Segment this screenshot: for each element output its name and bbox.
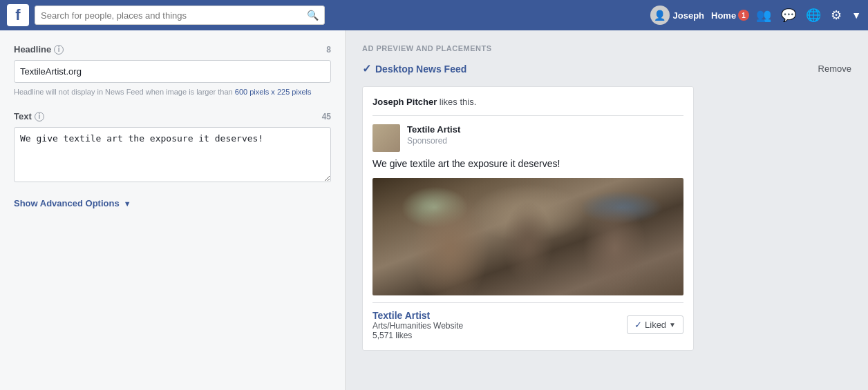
headline-hint-highlight: 600 pixels x 225 pixels: [235, 88, 312, 96]
ad-user-like-text: likes this.: [437, 97, 476, 107]
headline-info-icon[interactable]: i: [54, 45, 64, 55]
avatar: 👤: [650, 6, 670, 25]
ad-page-thumbnail: [372, 124, 400, 152]
nav-dropdown-icon[interactable]: ▼: [851, 10, 861, 21]
ad-footer-info: Textile Artist Arts/Humanities Website 5…: [372, 310, 463, 340]
home-label: Home: [711, 10, 736, 21]
text-label-row: Text i 45: [14, 111, 331, 121]
ad-sponsored-label: Sponsored: [407, 136, 460, 146]
search-input[interactable]: [41, 10, 307, 21]
advanced-options-toggle[interactable]: Show Advanced Options ▼: [14, 198, 331, 208]
chevron-down-icon: ▼: [124, 199, 131, 208]
text-section: Text i 45 We give textile art the exposu…: [14, 111, 331, 184]
ad-footer: Textile Artist Arts/Humanities Website 5…: [372, 302, 683, 340]
text-char-count: 45: [322, 112, 331, 121]
placement-name: Desktop News Feed: [375, 64, 466, 75]
ad-image: [372, 178, 683, 295]
placement-label: ✓ Desktop News Feed: [362, 62, 466, 75]
advanced-options-label: Show Advanced Options: [14, 198, 120, 208]
section-title: AD PREVIEW AND PLACEMENTS: [362, 44, 851, 52]
headline-char-count: 8: [326, 45, 331, 55]
headline-label-row: Headline i 8: [14, 44, 331, 55]
top-navigation: f 🔍 👤 Joseph Home 1 👥 💬 🌐 ⚙ ▼: [0, 0, 868, 30]
ad-thumb-inner: [372, 124, 400, 152]
text-textarea[interactable]: We give textile art the exposure it dese…: [14, 127, 331, 182]
right-panel: AD PREVIEW AND PLACEMENTS ✓ Desktop News…: [346, 30, 868, 390]
liked-check-icon: ✓: [634, 320, 642, 330]
search-icon: 🔍: [307, 10, 319, 21]
settings-icon[interactable]: ⚙: [831, 8, 842, 23]
text-info-icon[interactable]: i: [35, 112, 44, 121]
remove-button[interactable]: Remove: [818, 64, 851, 74]
ad-preview-card: Joseph Pitcher likes this. Textile Artis…: [362, 86, 694, 351]
friends-icon[interactable]: 👥: [756, 8, 771, 23]
placement-row: ✓ Desktop News Feed Remove: [362, 62, 851, 75]
text-label: Text: [14, 111, 32, 121]
headline-label: Headline: [14, 44, 51, 55]
liked-button[interactable]: ✓ Liked ▼: [627, 315, 683, 334]
ad-liker-name: Joseph Pitcher: [372, 97, 437, 107]
left-panel: Headline i 8 Headline will not display i…: [0, 30, 346, 390]
headline-label-left: Headline i: [14, 44, 64, 55]
ad-page-name: Textile Artist: [407, 124, 460, 136]
nav-user[interactable]: 👤 Joseph: [650, 6, 705, 25]
user-name: Joseph: [673, 10, 705, 21]
nav-home-link[interactable]: Home 1: [711, 10, 749, 21]
liked-dropdown-icon: ▼: [669, 321, 676, 329]
home-badge: 1: [738, 10, 749, 21]
ad-body-text: We give textile art the exposure it dese…: [372, 157, 683, 171]
ad-footer-page-name: Textile Artist: [372, 310, 463, 321]
globe-icon[interactable]: 🌐: [806, 8, 821, 23]
facebook-logo: f: [7, 4, 29, 26]
messages-icon[interactable]: 💬: [781, 8, 796, 23]
nav-right: 👤 Joseph Home 1 👥 💬 🌐 ⚙ ▼: [650, 6, 862, 25]
headline-hint: Headline will not display in News Feed w…: [14, 87, 331, 97]
search-bar[interactable]: 🔍: [35, 6, 325, 25]
headline-section: Headline i 8 Headline will not display i…: [14, 44, 331, 97]
headline-input[interactable]: [14, 60, 331, 83]
ad-footer-category: Arts/Humanities Website: [372, 321, 463, 331]
check-icon: ✓: [362, 62, 371, 75]
ad-user-like: Joseph Pitcher likes this.: [372, 97, 683, 116]
ad-meta: Textile Artist Sponsored: [407, 124, 460, 146]
liked-label: Liked: [645, 320, 666, 330]
page-container: Headline i 8 Headline will not display i…: [0, 30, 868, 390]
nav-icons: 👥 💬 🌐 ⚙ ▼: [756, 8, 861, 23]
ad-header: Textile Artist Sponsored: [372, 124, 683, 152]
text-label-left: Text i: [14, 111, 44, 121]
ad-footer-likes: 5,571 likes: [372, 331, 463, 340]
